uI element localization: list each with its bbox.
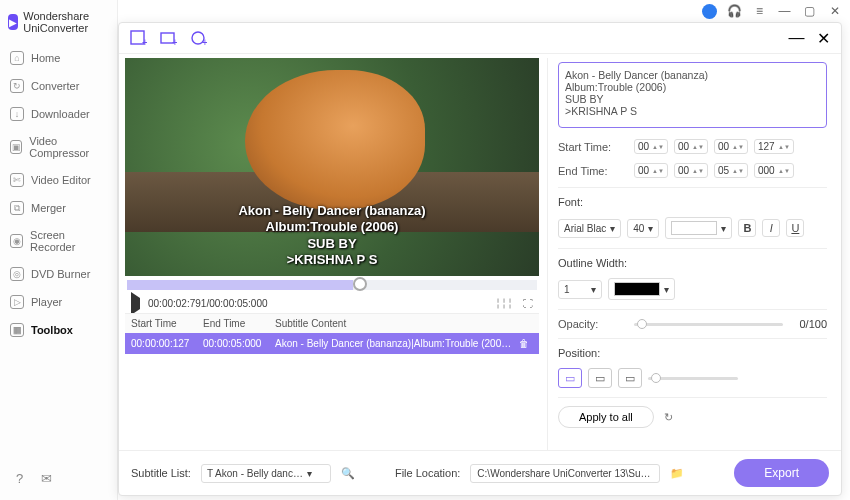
fullscreen-icon[interactable]: ⛶ — [523, 298, 533, 309]
subtitle-list-label: Subtitle List: — [131, 467, 191, 479]
font-family-select[interactable]: Arial Blac ▾ — [558, 219, 621, 238]
position-slider[interactable] — [648, 377, 738, 380]
add-subtitle-icon[interactable]: + — [159, 29, 177, 47]
position-middle-button[interactable]: ▭ — [588, 368, 612, 388]
sidebar-item-player[interactable]: ▷Player — [0, 288, 117, 316]
chevron-down-icon: ▾ — [610, 223, 615, 234]
opacity-value: 0/100 — [789, 318, 827, 330]
end-min-stepper[interactable]: 00▲▼ — [674, 163, 708, 178]
logo-icon: ▶ — [8, 14, 18, 30]
svg-text:+: + — [202, 37, 207, 47]
seek-knob[interactable] — [353, 277, 367, 291]
end-sec-stepper[interactable]: 05▲▼ — [714, 163, 748, 178]
outline-width-select[interactable]: 1 ▾ — [558, 280, 602, 299]
compress-icon: ▣ — [10, 140, 22, 154]
position-top-button[interactable]: ▭ — [618, 368, 642, 388]
modal-close-icon[interactable]: ✕ — [816, 31, 831, 46]
titlebar: 🎧 ≡ ― ▢ ✕ — [118, 0, 850, 22]
italic-button[interactable]: I — [762, 219, 780, 237]
subtitle-text-input[interactable] — [558, 62, 827, 128]
position-bottom-button[interactable]: ▭ — [558, 368, 582, 388]
end-hour-stepper[interactable]: 00▲▼ — [634, 163, 668, 178]
modal-minimize-icon[interactable]: ― — [789, 31, 804, 46]
home-icon: ⌂ — [10, 51, 24, 65]
refresh-icon[interactable]: ↻ — [660, 408, 678, 426]
sidebar-item-converter[interactable]: ↻Converter — [0, 72, 117, 100]
subtitle-table-header: Start Time End Time Subtitle Content — [125, 314, 539, 333]
subtitle-overlay: Akon - Belly Dancer (bananza) Album:Trou… — [125, 203, 539, 268]
sidebar-item-editor[interactable]: ✄Video Editor — [0, 166, 117, 194]
outline-color-select[interactable]: ▾ — [608, 278, 675, 300]
underline-button[interactable]: U — [786, 219, 804, 237]
disc-icon: ◎ — [10, 267, 24, 281]
position-label: Position: — [558, 347, 827, 359]
app-logo: ▶ Wondershare UniConverter — [0, 6, 117, 44]
sync-icon: ↻ — [10, 79, 24, 93]
video-preview[interactable]: Akon - Belly Dancer (bananza) Album:Trou… — [125, 58, 539, 276]
start-time-label: Start Time: — [558, 141, 628, 153]
chevron-down-icon: ▾ — [591, 284, 596, 295]
menu-icon[interactable]: ≡ — [752, 4, 767, 19]
start-ms-stepper[interactable]: 127▲▼ — [754, 139, 794, 154]
close-app-icon[interactable]: ✕ — [827, 4, 842, 19]
svg-text:+: + — [142, 37, 147, 47]
minimize-icon[interactable]: ― — [777, 4, 792, 19]
subtitle-row[interactable]: 00:00:00:127 00:00:05:000 Akon - Belly D… — [125, 333, 539, 354]
sidebar-item-toolbox[interactable]: ▦Toolbox — [0, 316, 117, 344]
add-file-icon[interactable]: + — [129, 29, 147, 47]
subtitle-list-select[interactable]: T Akon - Belly danc… ▾ — [201, 464, 331, 483]
seek-track[interactable] — [127, 280, 537, 290]
subtitle-editor-modal: + + + ― ✕ Akon - Belly Dancer (bananza) … — [118, 22, 842, 496]
opacity-slider[interactable] — [634, 323, 783, 326]
outline-label: Outline Width: — [558, 257, 827, 269]
help-icon[interactable]: ? — [12, 471, 27, 486]
app-title: Wondershare UniConverter — [23, 10, 109, 34]
message-icon[interactable]: ✉ — [39, 471, 54, 486]
font-color-select[interactable]: ▾ — [665, 217, 732, 239]
svg-text:+: + — [172, 37, 177, 47]
sidebar-item-merger[interactable]: ⧉Merger — [0, 194, 117, 222]
font-label: Font: — [558, 196, 827, 208]
play-button[interactable] — [131, 298, 140, 309]
sidebar-item-compressor[interactable]: ▣Video Compressor — [0, 128, 117, 166]
chevron-down-icon: ▾ — [721, 223, 726, 234]
end-ms-stepper[interactable]: 000▲▼ — [754, 163, 794, 178]
export-button[interactable]: Export — [734, 459, 829, 487]
file-location-field[interactable]: C:\Wondershare UniConverter 13\SubEd… — [470, 464, 660, 483]
sidebar-item-downloader[interactable]: ↓Downloader — [0, 100, 117, 128]
headset-icon[interactable]: 🎧 — [727, 4, 742, 19]
record-icon: ◉ — [10, 234, 23, 248]
search-icon[interactable]: 🔍 — [341, 467, 355, 480]
delete-row-icon[interactable]: 🗑 — [515, 338, 533, 349]
sidebar: ▶ Wondershare UniConverter ⌂Home ↻Conver… — [0, 0, 118, 500]
scissors-icon: ✄ — [10, 173, 24, 187]
maximize-icon[interactable]: ▢ — [802, 4, 817, 19]
file-location-label: File Location: — [395, 467, 460, 479]
avatar[interactable] — [702, 4, 717, 19]
font-size-select[interactable]: 40 ▾ — [627, 219, 659, 238]
start-min-stepper[interactable]: 00▲▼ — [674, 139, 708, 154]
opacity-label: Opacity: — [558, 318, 628, 330]
merge-icon: ⧉ — [10, 201, 24, 215]
chevron-down-icon: ▾ — [648, 223, 653, 234]
waveform-icon[interactable]: ╎╎╎ — [495, 298, 513, 309]
apply-all-button[interactable]: Apply to all — [558, 406, 654, 428]
sidebar-item-dvd[interactable]: ◎DVD Burner — [0, 260, 117, 288]
end-time-label: End Time: — [558, 165, 628, 177]
sidebar-item-home[interactable]: ⌂Home — [0, 44, 117, 72]
download-icon: ↓ — [10, 107, 24, 121]
folder-open-icon[interactable]: 📁 — [670, 467, 684, 480]
play-icon: ▷ — [10, 295, 24, 309]
time-label: 00:00:02:791/00:00:05:000 — [148, 298, 268, 309]
ai-subtitle-icon[interactable]: + — [189, 29, 207, 47]
chevron-down-icon: ▾ — [307, 468, 312, 479]
bold-button[interactable]: B — [738, 219, 756, 237]
chevron-down-icon: ▾ — [664, 284, 669, 295]
grid-icon: ▦ — [10, 323, 24, 337]
sidebar-item-recorder[interactable]: ◉Screen Recorder — [0, 222, 117, 260]
start-sec-stepper[interactable]: 00▲▼ — [714, 139, 748, 154]
start-hour-stepper[interactable]: 00▲▼ — [634, 139, 668, 154]
